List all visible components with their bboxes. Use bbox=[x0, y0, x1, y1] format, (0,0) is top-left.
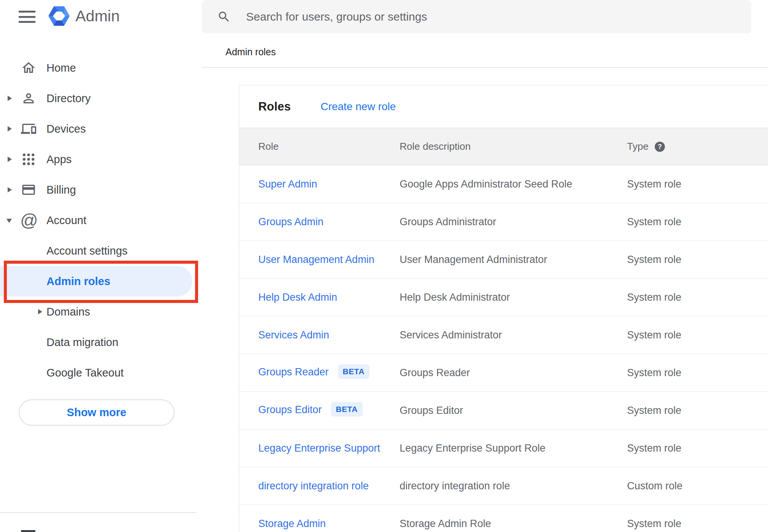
role-description: Help Desk Administrator bbox=[400, 292, 627, 303]
role-description: Services Administrator bbox=[400, 329, 627, 341]
role-type: System role bbox=[627, 329, 768, 341]
credit-card-icon bbox=[21, 182, 36, 197]
table-row: Groups ReaderBETA Groups Reader System r… bbox=[239, 354, 768, 392]
table-body: Super Admin Google Apps Administrator Se… bbox=[239, 165, 768, 532]
chevron-right-icon bbox=[38, 309, 42, 314]
sidebar-item-account-settings[interactable]: Account settings bbox=[0, 236, 202, 266]
table-header-row: Role Role description Type ? bbox=[239, 128, 768, 165]
show-more-button[interactable]: Show more bbox=[19, 399, 174, 426]
chevron-right-icon bbox=[8, 96, 12, 101]
admin-logo-icon bbox=[48, 5, 70, 27]
role-type: System role bbox=[627, 254, 768, 266]
sidebar-item-billing[interactable]: Billing bbox=[0, 175, 202, 205]
hamburger-menu-icon[interactable] bbox=[19, 11, 35, 23]
role-link[interactable]: Storage Admin bbox=[258, 518, 326, 529]
svg-text:?: ? bbox=[658, 143, 662, 151]
role-link[interactable]: User Management Admin bbox=[258, 254, 374, 265]
table-row: directory integration role directory int… bbox=[239, 467, 768, 505]
sidebar-item-data-migration[interactable]: Data migration bbox=[0, 327, 202, 357]
column-header-description: Role description bbox=[400, 141, 627, 152]
cutoff-icon-fragment bbox=[21, 530, 35, 532]
role-description: Google Apps Administrator Seed Role bbox=[400, 178, 627, 190]
help-icon[interactable]: ? bbox=[654, 141, 666, 153]
role-description: directory integration role bbox=[400, 480, 627, 492]
chevron-right-icon bbox=[8, 157, 12, 162]
role-link[interactable]: Services Admin bbox=[258, 329, 329, 341]
role-link[interactable]: Help Desk Admin bbox=[258, 292, 337, 303]
role-description: User Management Administrator bbox=[400, 254, 627, 266]
column-header-role: Role bbox=[258, 141, 400, 152]
table-row: Services Admin Services Administrator Sy… bbox=[239, 316, 768, 354]
chevron-right-icon bbox=[8, 126, 12, 131]
role-description: Legacy Enterprise Support Role bbox=[400, 442, 627, 454]
role-link[interactable]: Super Admin bbox=[258, 178, 317, 190]
beta-badge: BETA bbox=[338, 364, 370, 379]
beta-badge: BETA bbox=[331, 402, 363, 417]
chevron-right-icon bbox=[8, 187, 12, 192]
at-sign-icon: @ bbox=[20, 211, 38, 230]
column-header-type: Type bbox=[627, 141, 648, 152]
sidebar-item-devices[interactable]: Devices bbox=[0, 114, 202, 144]
breadcrumb: Admin roles bbox=[226, 46, 276, 58]
table-row: Super Admin Google Apps Administrator Se… bbox=[239, 165, 768, 203]
role-type: System role bbox=[627, 292, 768, 303]
person-icon bbox=[21, 91, 36, 106]
chevron-down-icon bbox=[6, 219, 12, 223]
table-row: Groups EditorBETA Groups Editor System r… bbox=[239, 392, 768, 429]
table-row: Help Desk Admin Help Desk Administrator … bbox=[239, 279, 768, 316]
table-row: Legacy Enterprise Support Legacy Enterpr… bbox=[239, 429, 768, 467]
home-icon bbox=[21, 60, 36, 75]
role-type: System role bbox=[627, 405, 768, 417]
sidebar-item-account[interactable]: @ Account bbox=[0, 205, 202, 236]
sidebar-item-home[interactable]: Home bbox=[0, 53, 202, 83]
roles-title: Roles bbox=[258, 100, 291, 114]
role-type: System role bbox=[627, 442, 768, 454]
role-link[interactable]: Legacy Enterprise Support bbox=[258, 442, 380, 454]
search-placeholder: Search for users, groups or settings bbox=[246, 0, 427, 34]
role-type: Custom role bbox=[627, 480, 768, 492]
sidebar-item-apps[interactable]: Apps bbox=[0, 144, 202, 175]
sidebar-item-directory[interactable]: Directory bbox=[0, 83, 202, 114]
apps-grid-icon bbox=[21, 152, 36, 167]
sidebar-item-domains[interactable]: Domains bbox=[0, 296, 202, 327]
role-link[interactable]: Groups Reader bbox=[258, 366, 329, 378]
search-icon bbox=[217, 10, 231, 24]
brand-title: Admin bbox=[75, 5, 120, 27]
roles-card: Roles Create new role Role Role descript… bbox=[239, 85, 768, 532]
role-description: Groups Editor bbox=[400, 405, 627, 417]
role-type: System role bbox=[627, 216, 768, 228]
devices-icon bbox=[21, 121, 36, 136]
role-description: Storage Admin Role bbox=[400, 518, 627, 530]
breadcrumb-divider bbox=[202, 67, 768, 68]
sidebar-nav: Home Directory Devices Apps Billing @ Ac… bbox=[0, 53, 202, 388]
role-type: System role bbox=[627, 367, 768, 379]
table-row: Groups Admin Groups Administrator System… bbox=[239, 203, 768, 241]
table-row: Storage Admin Storage Admin Role System … bbox=[239, 505, 768, 532]
role-description: Groups Administrator bbox=[400, 216, 627, 228]
role-description: Groups Reader bbox=[400, 367, 627, 379]
sidebar-item-google-takeout[interactable]: Google Takeout bbox=[0, 357, 202, 388]
role-link[interactable]: directory integration role bbox=[258, 480, 369, 492]
create-new-role-link[interactable]: Create new role bbox=[320, 101, 396, 113]
search-bar[interactable]: Search for users, groups or settings bbox=[202, 0, 751, 34]
role-link[interactable]: Groups Editor bbox=[258, 404, 322, 415]
sidebar: Admin Home Directory Devices Apps Billin… bbox=[0, 0, 202, 532]
role-type: System role bbox=[627, 178, 768, 190]
table-row: User Management Admin User Management Ad… bbox=[239, 241, 768, 279]
sidebar-item-admin-roles[interactable]: Admin roles bbox=[0, 266, 202, 296]
role-type: System role bbox=[627, 518, 768, 530]
role-link[interactable]: Groups Admin bbox=[258, 216, 323, 228]
sidebar-bottom-divider bbox=[0, 512, 197, 513]
